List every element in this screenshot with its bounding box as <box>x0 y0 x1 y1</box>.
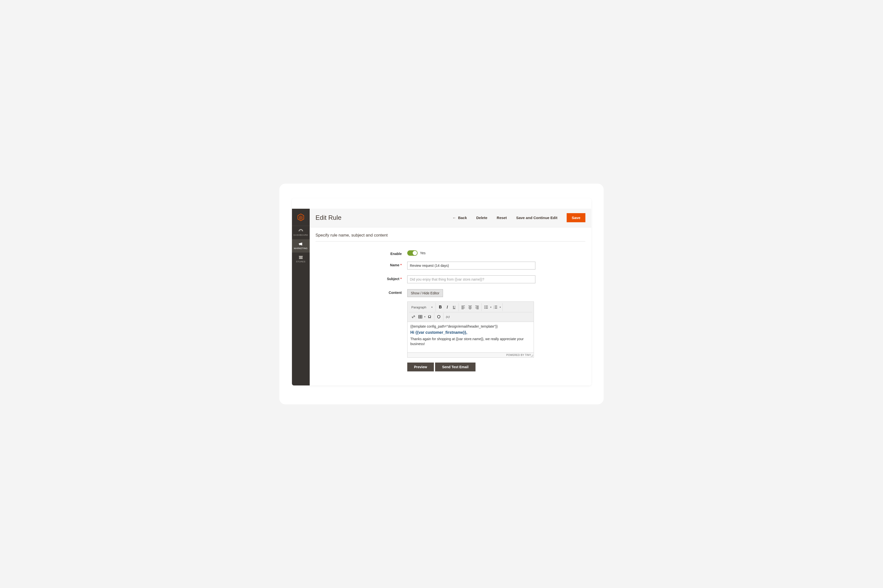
underline-button[interactable]: U <box>451 304 457 310</box>
rule-section: Specify rule name, subject and content E… <box>310 227 591 383</box>
editor-toolbar: Paragraph B I U <box>408 302 534 322</box>
row-content: Content Show / Hide Editor Paragraph <box>364 289 576 371</box>
toolbar-misc-group <box>434 313 444 321</box>
table-caret[interactable] <box>424 314 426 320</box>
toolbar-var-group: (x) <box>444 313 452 321</box>
back-label: Back <box>458 216 467 220</box>
label-name: Name* <box>364 262 407 267</box>
numbered-list-button[interactable]: 123 <box>492 304 499 310</box>
toolbar-insert-group: Ω <box>409 313 434 321</box>
svg-text:3: 3 <box>493 308 494 309</box>
toolbar-format-group: Paragraph <box>409 303 436 312</box>
bullet-list-caret[interactable] <box>490 304 492 310</box>
link-button[interactable] <box>410 314 417 320</box>
subject-input[interactable] <box>407 275 536 283</box>
back-button[interactable]: ← Back <box>452 216 467 220</box>
editor-template-line: {{template config_path="design/email/hea… <box>411 324 531 328</box>
row-enable: Enable Yes <box>364 250 576 256</box>
label-subject: Subject* <box>364 275 407 281</box>
bullet-list-button[interactable] <box>483 304 490 310</box>
label-enable: Enable <box>364 250 407 256</box>
align-center-button[interactable] <box>466 304 474 310</box>
sidebar-item-label: MARKETING <box>294 247 307 250</box>
variable-button[interactable]: (x) <box>444 314 451 320</box>
megaphone-icon <box>298 242 304 246</box>
sidebar-item-marketing[interactable]: MARKETING <box>292 239 310 252</box>
wysiwyg-editor: Paragraph B I U <box>407 302 534 358</box>
format-selector-label: Paragraph <box>411 306 426 309</box>
sidebar-item-stores[interactable]: STORES <box>292 252 310 266</box>
sidebar-item-label: DASHBOARD <box>293 234 308 236</box>
editor-footer: POWERED BY TINY <box>408 352 534 357</box>
app-window: DASHBOARD MARKETING STORES Edit Rule <box>292 198 591 386</box>
table-button[interactable] <box>417 314 424 320</box>
editor-greeting: Hi {{var customer_firstname}}, <box>411 330 531 335</box>
svg-point-1 <box>484 307 485 308</box>
delete-button[interactable]: Delete <box>476 216 487 220</box>
rule-form: Enable Yes Name* <box>316 242 585 371</box>
save-continue-button[interactable]: Save and Continue Edit <box>516 216 558 220</box>
row-name: Name* <box>364 262 576 270</box>
row-subject: Subject* <box>364 275 576 283</box>
editor-paragraph: Thanks again for shopping at {{var store… <box>411 337 531 346</box>
label-content: Content <box>364 289 407 295</box>
editor-content-wrap: {{template config_path="design/email/hea… <box>408 322 534 352</box>
preview-button[interactable]: Preview <box>407 363 434 371</box>
outer-frame: DASHBOARD MARKETING STORES Edit Rule <box>280 184 603 404</box>
italic-button[interactable]: I <box>444 304 451 310</box>
page-header: Edit Rule ← Back Delete Reset Save and C… <box>310 209 591 227</box>
content-action-buttons: Preview Send Test Email <box>407 363 534 371</box>
svg-point-2 <box>484 308 485 309</box>
align-left-button[interactable] <box>460 304 466 310</box>
window-blank-top <box>292 198 591 209</box>
arrow-left-icon: ← <box>452 216 456 220</box>
toolbar-list-group: 123 <box>482 303 502 311</box>
editor-content[interactable]: {{template config_path="design/email/hea… <box>408 322 534 352</box>
send-test-email-button[interactable]: Send Test Email <box>435 363 475 371</box>
name-input[interactable] <box>407 262 536 270</box>
app-body: DASHBOARD MARKETING STORES Edit Rule <box>292 209 591 386</box>
field-subject <box>407 275 536 283</box>
sidebar-item-label: STORES <box>296 260 305 263</box>
special-char-button[interactable]: Ω <box>426 314 433 320</box>
sidebar-item-dashboard[interactable]: DASHBOARD <box>292 226 310 239</box>
svg-point-0 <box>484 306 485 306</box>
gauge-icon <box>298 228 304 233</box>
header-actions: ← Back Delete Reset Save and Continue Ed… <box>452 213 585 222</box>
widget-button[interactable] <box>435 314 442 320</box>
reset-button[interactable]: Reset <box>497 216 507 220</box>
main-content: Edit Rule ← Back Delete Reset Save and C… <box>310 209 591 386</box>
toolbar-text-style-group: B I U <box>436 303 459 311</box>
page-title: Edit Rule <box>316 214 453 222</box>
toolbar-align-group <box>459 303 482 311</box>
store-icon <box>298 255 304 260</box>
numbered-list-caret[interactable] <box>499 304 501 310</box>
bold-button[interactable]: B <box>437 304 444 310</box>
field-name <box>407 262 536 270</box>
magento-logo[interactable] <box>292 209 310 226</box>
format-selector[interactable]: Paragraph <box>410 303 435 311</box>
show-hide-editor-button[interactable]: Show / Hide Editor <box>407 289 443 297</box>
enable-value-label: Yes <box>420 251 426 255</box>
section-title: Specify rule name, subject and content <box>316 233 585 242</box>
field-content: Show / Hide Editor Paragraph <box>407 289 534 371</box>
field-enable: Yes <box>407 250 536 256</box>
chevron-down-icon <box>431 304 433 310</box>
enable-toggle[interactable] <box>407 250 418 256</box>
save-button[interactable]: Save <box>567 213 585 222</box>
align-right-button[interactable] <box>474 304 480 310</box>
admin-sidebar: DASHBOARD MARKETING STORES <box>292 209 310 386</box>
